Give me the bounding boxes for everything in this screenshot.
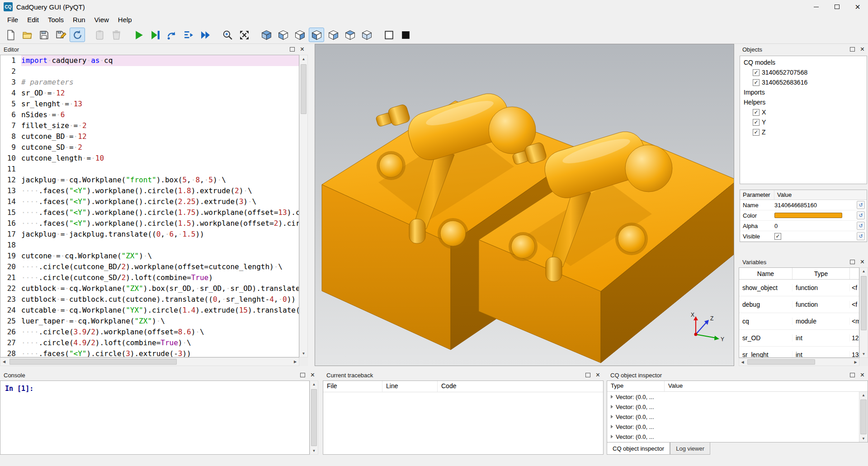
reset-button[interactable]: ↺ bbox=[857, 211, 865, 219]
maximize-icon[interactable] bbox=[826, 0, 847, 14]
menu-file[interactable]: File bbox=[3, 14, 23, 26]
code-line[interactable]: 6nSides·=·6 bbox=[0, 109, 299, 120]
code-line[interactable]: 1import·cadquery·as·cq bbox=[0, 55, 299, 66]
float-icon[interactable] bbox=[300, 373, 305, 377]
code-line[interactable]: 7fillet_size·=·2 bbox=[0, 120, 299, 131]
close-dock-icon[interactable]: × bbox=[300, 46, 304, 53]
scroll-down-icon[interactable]: ▼ bbox=[860, 351, 868, 357]
menu-edit[interactable]: Edit bbox=[23, 14, 43, 26]
menu-tools[interactable]: Tools bbox=[43, 14, 68, 26]
clipboard-icon[interactable] bbox=[92, 28, 107, 42]
bottom-view-icon[interactable] bbox=[359, 28, 374, 42]
tab-log-viewer[interactable]: Log viewer bbox=[670, 442, 710, 455]
checkbox[interactable]: ✓ bbox=[753, 119, 760, 126]
scroll-down-icon[interactable]: ▼ bbox=[300, 350, 307, 357]
open-file-icon[interactable] bbox=[19, 28, 35, 42]
console-vscrollbar[interactable]: ▲ ▼ bbox=[310, 380, 318, 455]
scroll-thumb[interactable] bbox=[861, 276, 867, 330]
step-into-icon[interactable] bbox=[181, 28, 196, 42]
code-line[interactable]: 10cutcone_length·=·10 bbox=[0, 153, 299, 164]
top-view-icon[interactable] bbox=[342, 28, 358, 42]
code-line[interactable]: 3# parameters bbox=[0, 77, 299, 88]
step-over-icon[interactable] bbox=[164, 28, 179, 42]
scroll-thumb[interactable] bbox=[9, 359, 177, 365]
variable-row[interactable]: show_objectfunction<f bbox=[739, 280, 859, 296]
code-line[interactable]: 11 bbox=[0, 164, 299, 175]
scroll-down-icon[interactable]: ▼ bbox=[310, 447, 318, 454]
variable-row[interactable]: sr_lenghtint13 bbox=[739, 347, 859, 358]
close-icon[interactable]: × bbox=[847, 0, 868, 14]
code-line[interactable]: 17jackplug·=·jackplug.translate((0,·6,·1… bbox=[0, 229, 299, 240]
debug-icon[interactable] bbox=[147, 28, 163, 42]
code-line[interactable]: 5sr_lenght·=·13 bbox=[0, 99, 299, 109]
tree-item-imports[interactable]: Imports bbox=[740, 87, 867, 97]
reset-button[interactable]: ↺ bbox=[857, 222, 865, 230]
inspector-row[interactable]: Vector: (0.0, ... bbox=[607, 432, 868, 442]
reset-button[interactable]: ↺ bbox=[857, 201, 865, 209]
close-dock-icon[interactable]: × bbox=[596, 371, 600, 379]
delete-icon[interactable] bbox=[108, 28, 124, 42]
save-icon[interactable] bbox=[36, 28, 52, 42]
menu-run[interactable]: Run bbox=[68, 14, 90, 26]
code-line[interactable]: 13····.faces("<Y").workplane().circle(1.… bbox=[0, 185, 299, 196]
code-line[interactable]: 4sr_OD·=·12 bbox=[0, 88, 299, 99]
code-line[interactable]: 25luer_taper·=·cq.Workplane("ZX")·\ bbox=[0, 316, 299, 327]
scroll-thumb[interactable] bbox=[860, 399, 867, 434]
save-as-icon[interactable] bbox=[53, 28, 68, 42]
inspector-row[interactable]: Vector: (0.0, ... bbox=[607, 422, 868, 432]
code-line[interactable]: 12jackplug·=·cq.Workplane("front").box(5… bbox=[0, 175, 299, 185]
float-icon[interactable] bbox=[585, 373, 590, 377]
checkbox[interactable]: ✓ bbox=[753, 129, 760, 136]
wireframe-icon[interactable] bbox=[381, 28, 396, 42]
checkbox[interactable]: ✓ bbox=[753, 79, 760, 86]
scroll-thumb[interactable] bbox=[747, 359, 815, 365]
code-line[interactable]: 27····.circle(4.9/2).loft(combine=True)·… bbox=[0, 338, 299, 348]
float-icon[interactable] bbox=[850, 47, 855, 52]
code-line[interactable]: 18 bbox=[0, 240, 299, 251]
tab-cq-object-inspector[interactable]: CQ object inspector bbox=[607, 442, 670, 455]
scroll-left-icon[interactable]: ◀ bbox=[0, 358, 8, 366]
visible-checkbox[interactable]: ✓ bbox=[774, 233, 781, 240]
render-icon[interactable] bbox=[131, 28, 146, 42]
reset-button[interactable]: ↺ bbox=[857, 232, 865, 240]
front-view-icon[interactable] bbox=[275, 28, 291, 42]
property-value[interactable]: 0 bbox=[774, 223, 855, 229]
variable-row[interactable]: debugfunction<f bbox=[739, 296, 859, 313]
fit-all-icon[interactable] bbox=[236, 28, 252, 42]
back-view-icon[interactable] bbox=[292, 28, 307, 42]
code-line[interactable]: 2 bbox=[0, 66, 299, 77]
minimize-icon[interactable] bbox=[806, 0, 826, 14]
left-view-icon[interactable] bbox=[309, 28, 324, 42]
inspector-row[interactable]: Vector: (0.0, ... bbox=[607, 392, 868, 402]
float-icon[interactable] bbox=[850, 373, 855, 377]
variables-hscrollbar[interactable]: ◀ ▶ bbox=[739, 358, 859, 366]
close-dock-icon[interactable]: × bbox=[860, 258, 864, 266]
tree-item-3140652683616[interactable]: ✓3140652683616 bbox=[740, 77, 867, 87]
expand-icon[interactable] bbox=[611, 425, 613, 428]
scroll-thumb[interactable] bbox=[301, 64, 307, 114]
iso-view-icon[interactable] bbox=[259, 28, 274, 42]
close-dock-icon[interactable]: × bbox=[311, 371, 315, 379]
tree-item-x[interactable]: ✓X bbox=[740, 107, 867, 117]
tree-item-helpers[interactable]: Helpers bbox=[740, 97, 867, 107]
variables-vscrollbar[interactable]: ▲ ▼ bbox=[859, 267, 868, 358]
expand-icon[interactable] bbox=[611, 395, 613, 399]
code-line[interactable]: 26····.circle(3.9/2).workplane(offset=8.… bbox=[0, 327, 299, 338]
tree-item-z[interactable]: ✓Z bbox=[740, 127, 867, 137]
tree-item-cq-models[interactable]: CQ models bbox=[740, 57, 867, 67]
variable-row[interactable]: sr_ODint12 bbox=[739, 330, 859, 347]
expand-icon[interactable] bbox=[611, 415, 613, 418]
code-line[interactable]: 20····.circle(cutcone_BD/2).workplane(of… bbox=[0, 262, 299, 272]
expand-icon[interactable] bbox=[611, 405, 613, 409]
scroll-left-icon[interactable]: ◀ bbox=[739, 358, 746, 366]
console-input-area[interactable]: In [1]: bbox=[0, 380, 310, 455]
scroll-down-icon[interactable]: ▼ bbox=[859, 435, 868, 442]
3d-viewport[interactable]: X Z Y bbox=[315, 44, 734, 366]
inspector-row[interactable]: Vector: (0.0, ... bbox=[607, 412, 868, 422]
checkbox[interactable]: ✓ bbox=[753, 69, 760, 76]
menu-view[interactable]: View bbox=[90, 14, 113, 26]
scroll-right-icon[interactable]: ▶ bbox=[292, 358, 299, 366]
tree-item-y[interactable]: ✓Y bbox=[740, 117, 867, 127]
code-line[interactable]: 14····.faces("<Y").workplane().circle(2.… bbox=[0, 196, 299, 207]
property-value[interactable]: 3140646685160 bbox=[774, 202, 855, 209]
